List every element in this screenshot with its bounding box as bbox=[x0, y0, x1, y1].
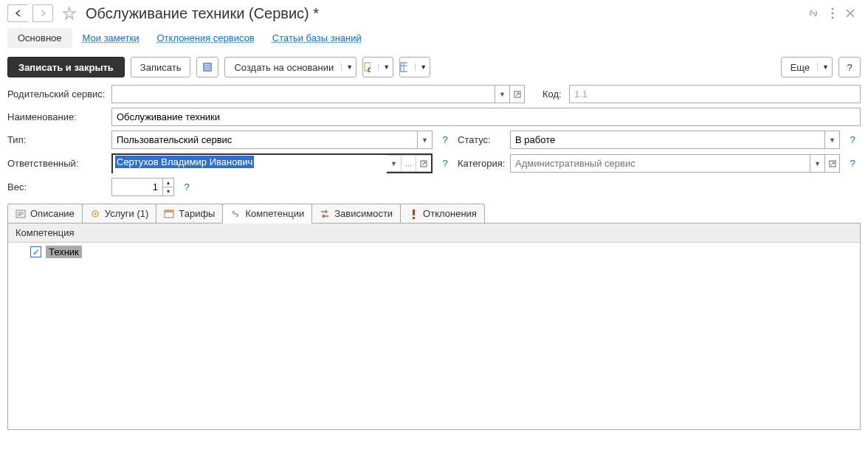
svg-rect-9 bbox=[401, 63, 407, 72]
tab-description[interactable]: Описание bbox=[7, 204, 83, 223]
caret-down-icon: ▼ bbox=[378, 63, 390, 71]
name-label: Наименование: bbox=[7, 111, 107, 122]
help-icon[interactable]: ? bbox=[849, 134, 856, 145]
tab-notes[interactable]: Мои заметки bbox=[75, 28, 147, 48]
dropdown-button[interactable]: ▼ bbox=[825, 131, 840, 149]
caret-down-icon: ▼ bbox=[341, 63, 353, 71]
arrow-right-icon bbox=[39, 10, 46, 17]
checkbox-checked[interactable]: ✓ bbox=[30, 246, 41, 257]
status-label: Статус: bbox=[458, 134, 506, 145]
forward-button[interactable] bbox=[32, 4, 53, 22]
grid-header[interactable]: Компетенция bbox=[8, 223, 860, 243]
open-button[interactable] bbox=[825, 154, 840, 173]
tab-label: Описание bbox=[30, 208, 75, 219]
table-icon bbox=[400, 62, 407, 72]
dropdown-button[interactable]: ▼ bbox=[810, 154, 825, 173]
arrow-left-icon bbox=[15, 10, 22, 17]
help-button[interactable]: ? bbox=[838, 57, 861, 77]
tab-label: Зависимости bbox=[334, 208, 393, 219]
attach-button[interactable]: ▼ bbox=[362, 57, 393, 77]
name-input[interactable] bbox=[111, 108, 861, 126]
resp-input[interactable]: Сертухов Владимир Иванович bbox=[113, 155, 387, 173]
svg-rect-23 bbox=[413, 209, 415, 215]
dropdown-button[interactable]: ▼ bbox=[495, 85, 510, 103]
kebab-icon[interactable] bbox=[831, 7, 834, 19]
spin-up-button[interactable]: ▲ bbox=[163, 178, 174, 187]
open-button[interactable] bbox=[510, 85, 525, 103]
svg-point-0 bbox=[832, 8, 834, 10]
svg-point-2 bbox=[832, 17, 834, 19]
type-label: Тип: bbox=[7, 134, 107, 145]
open-icon bbox=[514, 91, 521, 98]
more-button[interactable]: Еще ▼ bbox=[781, 57, 833, 77]
type-input[interactable] bbox=[111, 131, 418, 149]
calendar-icon bbox=[164, 209, 174, 219]
tab-tariffs[interactable]: Тарифы bbox=[156, 204, 223, 223]
category-label: Категория: bbox=[458, 158, 506, 169]
code-input[interactable] bbox=[569, 85, 861, 103]
svg-rect-24 bbox=[413, 217, 415, 219]
svg-point-1 bbox=[832, 13, 834, 15]
form: Родительский сервис: ▼ Код: Наименование… bbox=[0, 85, 868, 196]
help-icon[interactable]: ? bbox=[849, 158, 856, 169]
toolbar: Записать и закрыть Записать Создать на о… bbox=[0, 54, 868, 85]
tab-label: Услуги (1) bbox=[105, 208, 148, 219]
help-icon[interactable]: ? bbox=[183, 181, 190, 193]
caret-down-icon: ▼ bbox=[415, 63, 427, 71]
weight-input[interactable] bbox=[111, 178, 163, 196]
resp-label: Ответственный: bbox=[7, 158, 107, 169]
ellipsis-button[interactable]: … bbox=[402, 155, 416, 172]
status-input[interactable] bbox=[510, 131, 825, 149]
gear-icon bbox=[90, 209, 100, 219]
link-icon[interactable] bbox=[807, 7, 819, 19]
tab-label: Тарифы bbox=[179, 208, 215, 219]
category-input[interactable] bbox=[510, 154, 810, 173]
dropdown-button[interactable]: ▼ bbox=[387, 155, 402, 172]
tab-deviations[interactable]: Отклонения bbox=[400, 204, 485, 223]
caret-down-icon: ▼ bbox=[817, 63, 829, 71]
description-icon bbox=[16, 209, 26, 219]
close-icon[interactable] bbox=[846, 9, 855, 18]
more-label: Еще bbox=[790, 62, 810, 73]
svg-point-20 bbox=[94, 212, 96, 215]
tab-kb[interactable]: Статьи базы знаний bbox=[265, 28, 369, 48]
tab-services[interactable]: Услуги (1) bbox=[82, 204, 156, 223]
svg-rect-22 bbox=[165, 210, 173, 212]
detail-tabs: Описание Услуги (1) Тарифы Компетенции З… bbox=[7, 204, 861, 223]
resp-value: Сертухов Владимир Иванович bbox=[115, 156, 254, 168]
create-based-button[interactable]: Создать на основании ▼ bbox=[224, 57, 356, 77]
tab-deviations[interactable]: Отклонения сервисов bbox=[150, 28, 262, 48]
chain-icon bbox=[230, 209, 241, 219]
table-row[interactable]: ✓ Техник bbox=[8, 243, 860, 261]
list-button[interactable] bbox=[196, 57, 218, 77]
dropdown-button[interactable]: ▼ bbox=[418, 131, 433, 149]
tab-label: Компетенции bbox=[245, 208, 304, 219]
tab-label: Отклонения bbox=[423, 208, 477, 219]
create-based-label: Создать на основании bbox=[234, 62, 334, 73]
star-icon[interactable] bbox=[62, 6, 77, 21]
page-title: Обслуживание техники (Сервис) * bbox=[86, 5, 319, 22]
title-bar: Обслуживание техники (Сервис) * bbox=[0, 0, 868, 28]
help-icon[interactable]: ? bbox=[441, 134, 449, 145]
parent-input[interactable] bbox=[111, 85, 495, 103]
code-label: Код: bbox=[542, 89, 565, 100]
nav-tabs: Основное Мои заметки Отклонения сервисов… bbox=[0, 28, 868, 54]
parent-label: Родительский сервис: bbox=[7, 89, 107, 100]
open-button[interactable] bbox=[416, 155, 431, 172]
arrows-icon bbox=[320, 209, 330, 219]
document-plus-icon bbox=[363, 62, 371, 72]
tab-main[interactable]: Основное bbox=[7, 28, 72, 48]
help-icon[interactable]: ? bbox=[441, 158, 449, 169]
spin-down-button[interactable]: ▼ bbox=[163, 187, 174, 196]
open-icon bbox=[420, 160, 427, 167]
back-button[interactable] bbox=[7, 4, 28, 22]
tab-competencies[interactable]: Компетенции bbox=[222, 204, 312, 223]
warning-icon bbox=[408, 209, 418, 219]
report-button[interactable]: ▼ bbox=[399, 57, 430, 77]
save-close-button[interactable]: Записать и закрыть bbox=[7, 57, 125, 77]
competency-cell[interactable]: Техник bbox=[46, 246, 82, 258]
tab-dependencies[interactable]: Зависимости bbox=[311, 204, 401, 223]
list-icon bbox=[202, 62, 213, 72]
save-button[interactable]: Записать bbox=[131, 57, 191, 77]
competency-grid: Компетенция ✓ Техник bbox=[7, 223, 861, 430]
